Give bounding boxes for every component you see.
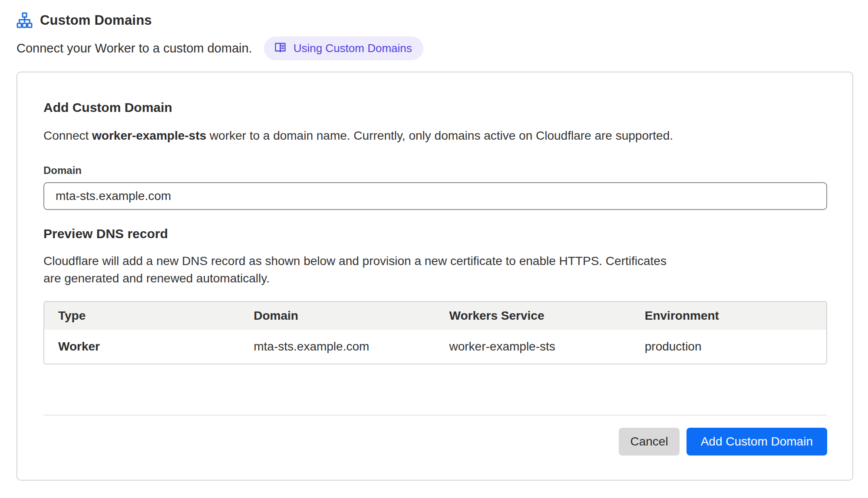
add-custom-domain-button[interactable]: Add Custom Domain: [686, 428, 827, 455]
page-header: Custom Domains: [17, 12, 853, 28]
table-row: Worker mta-sts.example.com worker-exampl…: [44, 330, 826, 364]
open-book-icon: [274, 41, 287, 56]
docs-link-badge[interactable]: Using Custom Domains: [264, 36, 423, 60]
page-subtitle: Connect your Worker to a custom domain.: [17, 41, 252, 56]
cell-type: Worker: [44, 330, 240, 364]
cell-environment: production: [631, 330, 826, 364]
cancel-button[interactable]: Cancel: [619, 428, 679, 455]
column-header-workers-service: Workers Service: [436, 302, 631, 330]
table-header-row: Type Domain Workers Service Environment: [44, 302, 826, 330]
card-description-prefix: Connect: [43, 129, 92, 142]
dns-preview-table: Type Domain Workers Service Environment …: [43, 301, 827, 364]
domain-field-label: Domain: [43, 164, 827, 177]
page-title: Custom Domains: [40, 13, 152, 28]
subtitle-row: Connect your Worker to a custom domain. …: [17, 36, 853, 60]
add-custom-domain-card: Add Custom Domain Connect worker-example…: [17, 72, 853, 481]
cell-workers-service: worker-example-sts: [436, 330, 631, 364]
custom-domains-page: Custom Domains Connect your Worker to a …: [0, 0, 868, 481]
card-description: Connect worker-example-sts worker to a d…: [43, 128, 827, 144]
cell-domain: mta-sts.example.com: [240, 330, 435, 364]
worker-name: worker-example-sts: [92, 129, 206, 142]
card-description-suffix: worker to a domain name. Currently, only…: [206, 129, 673, 142]
column-header-environment: Environment: [631, 302, 826, 330]
domain-input[interactable]: [43, 182, 827, 210]
column-header-domain: Domain: [240, 302, 435, 330]
sitemap-icon: [17, 12, 33, 28]
column-header-type: Type: [44, 302, 240, 330]
docs-link-label[interactable]: Using Custom Domains: [294, 42, 412, 55]
footer-divider: [43, 415, 827, 416]
preview-dns-description: Cloudflare will add a new DNS record as …: [43, 252, 677, 287]
footer-button-row: Cancel Add Custom Domain: [43, 428, 827, 455]
card-heading: Add Custom Domain: [43, 100, 827, 115]
preview-dns-heading: Preview DNS record: [43, 226, 827, 241]
